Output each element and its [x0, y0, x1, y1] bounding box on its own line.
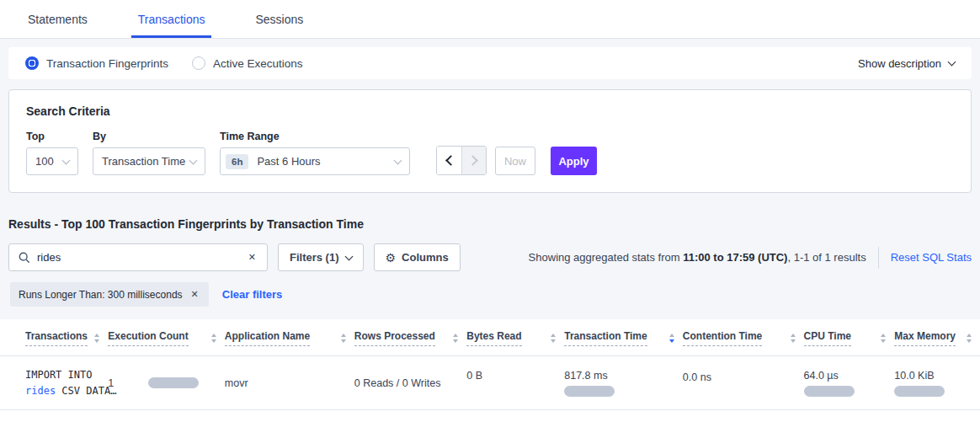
filter-chip-label: Runs Longer Than: 300 milliseconds — [19, 289, 183, 301]
filter-chip: Runs Longer Than: 300 milliseconds ✕ — [10, 282, 209, 307]
table-name-link[interactable]: rides — [25, 385, 56, 397]
sort-icon[interactable] — [453, 334, 458, 343]
sort-icon[interactable] — [791, 334, 796, 343]
time-range-value: Past 6 Hours — [257, 155, 320, 168]
aggregated-stats-text: Showing aggregated stats from 11:00 to 1… — [529, 251, 866, 264]
cpu-time-value: 64.0 µs — [804, 370, 887, 382]
time-range-field: Time Range 6h Past 6 Hours — [220, 131, 410, 175]
show-description-toggle[interactable]: Show description — [858, 57, 955, 70]
time-step-buttons — [436, 146, 487, 175]
bytes-read-value: 0 B — [466, 370, 482, 382]
sort-icon[interactable] — [551, 334, 556, 343]
by-field: By Transaction Time — [93, 131, 205, 175]
radio-label: Active Executions — [213, 57, 303, 70]
top-label: Top — [26, 131, 78, 142]
sort-icon[interactable] — [881, 334, 886, 343]
time-range-badge: 6h — [226, 154, 248, 169]
results-controls: ✕ Filters (1) ⚙ Columns Showing aggregat… — [8, 243, 972, 271]
cell-max-memory: 10.0 KiB — [894, 356, 980, 410]
chevron-right-icon — [467, 155, 478, 166]
previous-time-button[interactable] — [437, 147, 461, 174]
columns-button[interactable]: ⚙ Columns — [374, 243, 461, 271]
clear-search-icon[interactable]: ✕ — [247, 250, 258, 264]
column-header-cpu-time[interactable]: CPU Time — [804, 319, 895, 356]
chevron-down-icon — [62, 156, 71, 164]
chevron-down-icon — [394, 156, 402, 164]
radio-label: Transaction Fingerprints — [46, 57, 168, 70]
top-value: 100 — [35, 155, 54, 168]
search-input[interactable] — [37, 251, 247, 264]
results-search-box[interactable]: ✕ — [8, 243, 268, 271]
chevron-down-icon — [189, 156, 198, 164]
column-header-bytes-read[interactable]: Bytes Read — [466, 319, 564, 356]
max-memory-bar — [894, 386, 945, 397]
max-memory-value: 10.0 KiB — [894, 370, 972, 382]
cell-application-name: movr — [225, 356, 354, 410]
time-range-select[interactable]: 6h Past 6 Hours — [220, 147, 410, 175]
divider — [878, 247, 879, 269]
results-table: Transactions Execution Count Application… — [0, 319, 980, 410]
column-header-max-memory[interactable]: Max Memory — [894, 319, 980, 356]
active-filters-row: Runs Longer Than: 300 milliseconds ✕ Cle… — [10, 282, 972, 307]
radio-unselected-icon — [192, 56, 205, 70]
time-range-label: Time Range — [220, 131, 410, 142]
tab-transactions[interactable]: Transactions — [131, 2, 212, 38]
view-toggle-bar: Transaction Fingerprints Active Executio… — [8, 47, 972, 79]
execution-count-bar — [148, 377, 199, 388]
column-header-execution-count[interactable]: Execution Count — [108, 319, 225, 356]
column-header-contention-time[interactable]: Contention Time — [683, 319, 804, 356]
cell-transaction-time: 817.8 ms — [564, 356, 683, 410]
top-field: Top 100 — [26, 131, 78, 175]
top-select[interactable]: 100 — [26, 147, 78, 175]
radio-transaction-fingerprints[interactable]: Transaction Fingerprints — [25, 56, 168, 70]
filters-label: Filters (1) — [290, 251, 339, 264]
column-header-transactions[interactable]: Transactions — [0, 319, 108, 356]
cell-transaction-fingerprint[interactable]: IMPORT INTO rides CSV DATA… — [0, 356, 108, 410]
search-criteria-card: Search Criteria Top 100 By Transaction T… — [8, 89, 972, 193]
sort-icon[interactable] — [341, 334, 346, 343]
tab-sessions[interactable]: Sessions — [248, 2, 310, 38]
results-heading: Results - Top 100 Transaction Fingerprin… — [8, 217, 972, 231]
tab-statements[interactable]: Statements — [21, 2, 94, 38]
sort-icon[interactable] — [211, 334, 216, 343]
execution-count-value: 1 — [108, 377, 114, 389]
column-header-transaction-time[interactable]: Transaction Time — [564, 319, 683, 356]
radio-active-executions[interactable]: Active Executions — [192, 56, 303, 70]
statement-text: IMPORT INTO — [25, 369, 92, 381]
page-tabs: Statements Transactions Sessions — [0, 0, 980, 39]
results-table-container: Transactions Execution Count Application… — [0, 319, 980, 422]
sort-icon[interactable] — [94, 334, 99, 343]
cell-contention-time: 0.0 ns — [683, 356, 804, 410]
by-select[interactable]: Transaction Time — [93, 147, 205, 175]
chevron-down-icon — [344, 253, 353, 261]
search-criteria-title: Search Criteria — [26, 104, 954, 118]
cell-rows-processed: 0 Reads / 0 Writes — [354, 356, 466, 410]
table-header-row: Transactions Execution Count Application… — [0, 319, 980, 356]
next-time-button[interactable] — [461, 147, 486, 174]
column-header-application-name[interactable]: Application Name — [225, 319, 354, 356]
search-icon — [19, 252, 30, 264]
now-button[interactable]: Now — [495, 147, 535, 175]
transaction-time-value: 817.8 ms — [564, 370, 674, 382]
stats-suffix: , 1-1 of 1 results — [787, 251, 865, 264]
column-header-rows-processed[interactable]: Rows Processed — [354, 319, 466, 356]
contention-time-value: 0.0 ns — [683, 371, 711, 383]
stats-range: 11:00 to 17:59 (UTC) — [683, 251, 787, 264]
show-description-label: Show description — [858, 57, 941, 70]
gear-icon: ⚙ — [386, 251, 397, 264]
rows-processed-value: 0 Reads / 0 Writes — [354, 377, 441, 389]
by-value: Transaction Time — [102, 155, 185, 168]
apply-button[interactable]: Apply — [551, 147, 597, 175]
table-row: IMPORT INTO rides CSV DATA… 1 movr 0 Rea… — [0, 356, 980, 410]
sort-icon[interactable] — [967, 334, 972, 343]
clear-filters-link[interactable]: Clear filters — [222, 288, 283, 301]
sort-desc-icon[interactable] — [669, 334, 674, 343]
reset-sql-stats-link[interactable]: Reset SQL Stats — [891, 251, 972, 264]
cpu-time-bar — [804, 386, 855, 397]
cell-cpu-time: 64.0 µs — [804, 356, 895, 410]
chevron-down-icon — [948, 58, 956, 67]
filters-button[interactable]: Filters (1) — [278, 243, 364, 271]
transaction-time-bar — [564, 386, 615, 397]
cell-execution-count: 1 — [108, 356, 225, 410]
remove-filter-icon[interactable]: ✕ — [189, 287, 200, 302]
